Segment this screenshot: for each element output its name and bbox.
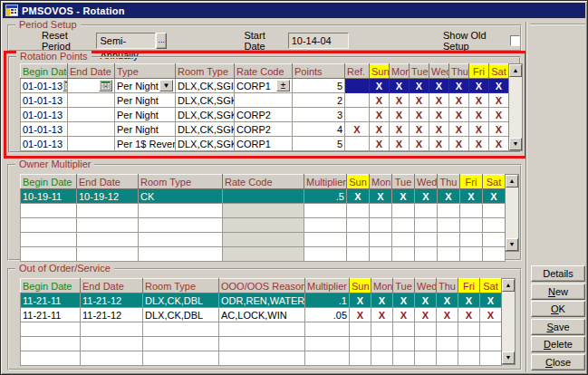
rate-code-cell[interactable]: [235, 93, 293, 108]
type-cell[interactable]: Per Night: [115, 108, 176, 122]
day-mon-cell[interactable]: X: [390, 108, 410, 122]
rate-code-cell[interactable]: CORP2: [235, 108, 293, 122]
multiplier-cell[interactable]: .05: [305, 308, 350, 322]
day-tue-cell[interactable]: X: [410, 93, 429, 108]
day-wed-cell[interactable]: X: [429, 122, 449, 137]
owner-multiplier-scrollbar[interactable]: ▲ ▼: [505, 174, 519, 252]
type-cell[interactable]: Per 1$ Revenu: [115, 137, 176, 151]
ref-cell[interactable]: [345, 137, 370, 151]
day-fri-cell[interactable]: X: [460, 189, 483, 204]
lov-icon[interactable]: ±: [276, 80, 290, 91]
day-thu-cell[interactable]: X: [449, 108, 469, 122]
points-cell[interactable]: 5: [293, 79, 345, 93]
day-wed-cell[interactable]: X: [415, 189, 438, 204]
end-date-cell[interactable]: 10-19-12: [77, 189, 139, 204]
room-type-cell[interactable]: DLX,CK,SGK,KC: [176, 122, 235, 137]
end-date-cell[interactable]: [68, 93, 115, 108]
room-type-cell[interactable]: DLX,CK,DBL: [143, 293, 219, 308]
out-of-order-scrollbar[interactable]: ▲ ▼: [501, 278, 516, 365]
room-type-cell[interactable]: DLX,CK,SGK,KC: [176, 93, 235, 108]
points-cell[interactable]: 3: [293, 108, 345, 122]
rate-code-cell[interactable]: CORP2: [235, 122, 293, 137]
day-wed-cell[interactable]: X: [415, 293, 437, 308]
room-type-cell[interactable]: DLX,CK,SGK,KC: [176, 137, 235, 151]
start-date-field[interactable]: 10-14-04: [288, 33, 349, 49]
scroll-up-icon[interactable]: ▲: [502, 279, 515, 292]
day-mon-cell[interactable]: X: [390, 122, 410, 137]
day-fri-cell[interactable]: X: [458, 293, 480, 308]
day-fri-cell[interactable]: X: [469, 93, 489, 108]
ooo-reason-cell[interactable]: AC,LOCK,WIN: [219, 308, 305, 322]
day-sun-cell[interactable]: X: [347, 189, 370, 204]
ok-button[interactable]: OK: [531, 301, 585, 317]
day-mon-cell[interactable]: X: [390, 137, 410, 151]
ref-cell[interactable]: [345, 93, 370, 108]
day-fri-cell[interactable]: X: [469, 122, 489, 137]
scroll-down-icon[interactable]: ▼: [509, 138, 522, 150]
day-mon-cell[interactable]: X: [390, 79, 410, 93]
room-type-cell[interactable]: DLX,CK,SGK,KC: [176, 108, 235, 122]
day-wed-cell[interactable]: X: [429, 137, 449, 151]
day-wed-cell[interactable]: X: [429, 93, 449, 108]
scroll-down-icon[interactable]: ▼: [502, 351, 515, 364]
begin-date-cell[interactable]: 01-01-13: [21, 137, 68, 151]
save-button[interactable]: Save: [531, 319, 585, 335]
ref-cell[interactable]: [345, 79, 370, 93]
begin-date-cell[interactable]: 10-19-11: [21, 189, 77, 204]
scroll-up-icon[interactable]: ▲: [506, 175, 518, 188]
rate-code-cell[interactable]: CORP1 ±: [235, 79, 293, 93]
day-sat-cell[interactable]: X: [483, 189, 506, 204]
day-fri-cell[interactable]: X: [469, 108, 489, 122]
day-fri-cell[interactable]: X: [458, 308, 480, 322]
day-sun-cell[interactable]: X: [370, 137, 390, 151]
day-mon-cell[interactable]: X: [390, 93, 410, 108]
ref-cell[interactable]: X: [345, 122, 370, 137]
type-cell[interactable]: Per Night: [115, 122, 176, 137]
multiplier-cell[interactable]: .1: [305, 293, 350, 308]
room-type-cell[interactable]: DLX,CK,DBL: [143, 308, 219, 322]
new-button[interactable]: New: [531, 284, 585, 300]
day-wed-cell[interactable]: X: [415, 308, 437, 322]
day-thu-cell[interactable]: X: [437, 308, 458, 322]
points-cell[interactable]: 4: [293, 122, 345, 137]
ooo-reason-cell[interactable]: ODR,REN,WATER: [219, 293, 305, 308]
day-thu-cell[interactable]: X: [437, 293, 458, 308]
calendar-icon[interactable]: [63, 80, 67, 91]
multiplier-cell[interactable]: .5: [304, 189, 347, 204]
day-mon-cell[interactable]: X: [371, 293, 393, 308]
day-wed-cell[interactable]: X: [429, 108, 449, 122]
day-sat-cell[interactable]: X: [489, 108, 509, 122]
day-mon-cell[interactable]: X: [371, 308, 393, 322]
rate-code-cell[interactable]: [223, 189, 304, 204]
day-tue-cell[interactable]: X: [410, 108, 429, 122]
day-sat-cell[interactable]: X: [480, 308, 502, 322]
close-button[interactable]: Close: [531, 354, 585, 370]
begin-date-cell[interactable]: 11-21-11: [21, 293, 81, 308]
day-fri-cell[interactable]: X: [469, 137, 489, 151]
day-sat-cell[interactable]: X: [489, 137, 509, 151]
end-date-cell[interactable]: 11-21-12: [81, 293, 143, 308]
ref-cell[interactable]: [345, 108, 370, 122]
day-thu-cell[interactable]: X: [438, 189, 460, 204]
rate-code-cell[interactable]: CORP1: [235, 137, 293, 151]
day-sun-cell[interactable]: X: [350, 308, 371, 322]
day-sat-cell[interactable]: X: [489, 79, 509, 93]
day-thu-cell[interactable]: X: [449, 122, 469, 137]
day-tue-cell[interactable]: X: [393, 308, 415, 322]
reset-period-ellipsis-button[interactable]: ...: [156, 33, 167, 49]
show-old-setup-checkbox[interactable]: [510, 35, 520, 46]
points-cell[interactable]: 2: [293, 93, 345, 108]
day-sat-cell[interactable]: X: [489, 93, 509, 108]
end-date-cell[interactable]: [68, 137, 115, 151]
day-tue-cell[interactable]: X: [393, 293, 415, 308]
rotation-scrollbar[interactable]: ▲ ▼: [508, 63, 523, 151]
day-sun-cell[interactable]: X: [370, 93, 390, 108]
begin-date-cell[interactable]: 01-01-13: [21, 79, 68, 93]
day-tue-cell[interactable]: X: [392, 189, 415, 204]
chevron-down-icon[interactable]: ▼: [159, 80, 173, 91]
end-date-cell[interactable]: [68, 79, 115, 93]
scroll-up-icon[interactable]: ▲: [509, 64, 522, 77]
day-sat-cell[interactable]: X: [480, 293, 502, 308]
day-thu-cell[interactable]: X: [449, 93, 469, 108]
day-sat-cell[interactable]: X: [489, 122, 509, 137]
